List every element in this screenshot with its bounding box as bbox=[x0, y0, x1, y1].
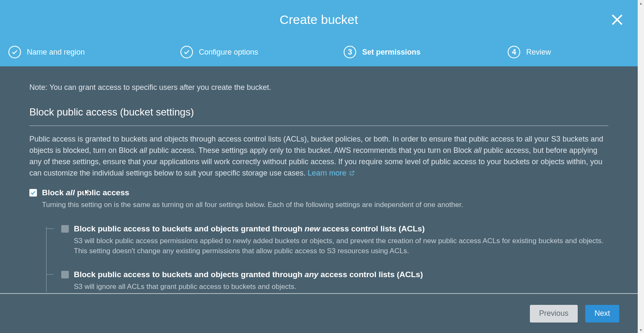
block-new-acls-row: Block public access to buckets and objec… bbox=[46, 224, 608, 256]
modal-title: Create bucket bbox=[0, 0, 638, 27]
step-configure-options[interactable]: Configure options bbox=[180, 46, 258, 58]
block-all-public-access-row: Block all public access Turning this set… bbox=[29, 188, 608, 292]
step-name-and-region[interactable]: Name and region bbox=[8, 46, 85, 58]
step-label: Review bbox=[526, 48, 551, 57]
external-link-icon bbox=[348, 169, 355, 177]
block-any-acls-checkbox[interactable] bbox=[61, 271, 69, 278]
block-all-label: Block all public access bbox=[42, 188, 608, 197]
block-any-acls-description: S3 will ignore all ACLs that grant publi… bbox=[74, 282, 608, 292]
create-bucket-modal: Create bucket Name and region Configure … bbox=[0, 0, 638, 333]
step-review[interactable]: 4 Review bbox=[508, 46, 551, 58]
sub-settings-tree: Block public access to buckets and objec… bbox=[42, 224, 608, 292]
scroll-up-icon: ▴ bbox=[638, 0, 644, 6]
step-set-permissions[interactable]: 3 Set permissions bbox=[344, 46, 420, 58]
step-number-icon: 4 bbox=[508, 46, 520, 58]
block-new-acls-description: S3 will block public access permissions … bbox=[74, 236, 608, 256]
block-any-acls-row: Block public access to buckets and objec… bbox=[46, 270, 608, 292]
block-all-description: Turning this setting on is the same as t… bbox=[42, 200, 608, 210]
block-new-acls-label: Block public access to buckets and objec… bbox=[74, 224, 608, 233]
scroll-down-icon: ▾ bbox=[638, 327, 644, 333]
close-icon bbox=[610, 21, 624, 28]
step-number-icon: 3 bbox=[344, 46, 356, 58]
previous-button[interactable]: Previous bbox=[530, 305, 578, 323]
block-new-acls-checkbox[interactable] bbox=[61, 225, 69, 233]
step-label: Configure options bbox=[199, 48, 258, 57]
permissions-content: Note: You can grant access to specific u… bbox=[0, 66, 638, 293]
block-any-acls-label: Block public access to buckets and objec… bbox=[74, 270, 608, 279]
learn-more-link[interactable]: Learn more bbox=[308, 169, 355, 177]
checkmark-icon bbox=[180, 46, 193, 58]
modal-header: Create bucket Name and region Configure … bbox=[0, 0, 638, 66]
block-all-checkbox[interactable] bbox=[29, 189, 37, 197]
content-scroll-area[interactable]: Note: You can grant access to specific u… bbox=[0, 66, 638, 293]
checkmark-icon bbox=[8, 46, 21, 58]
modal-footer: Previous Next bbox=[0, 293, 638, 333]
step-label: Name and region bbox=[27, 48, 85, 57]
block-public-access-description: Public access is granted to buckets and … bbox=[29, 134, 608, 179]
next-button[interactable]: Next bbox=[585, 305, 619, 323]
wizard-steps: Name and region Configure options 3 Set … bbox=[0, 38, 638, 66]
grant-access-note: Note: You can grant access to specific u… bbox=[29, 83, 608, 92]
block-public-access-heading: Block public access (bucket settings) bbox=[29, 106, 608, 126]
close-button[interactable] bbox=[610, 13, 624, 27]
page-scrollbar[interactable]: ▴ ▾ bbox=[638, 0, 644, 333]
step-label: Set permissions bbox=[362, 48, 420, 57]
